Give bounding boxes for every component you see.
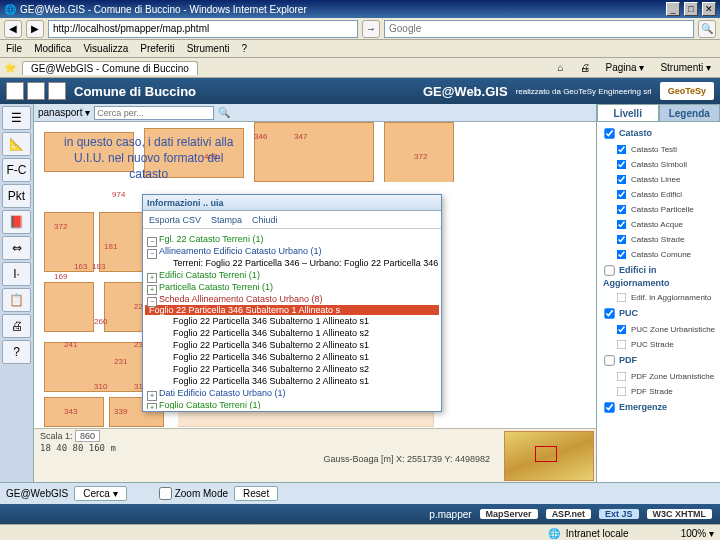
layer-item[interactable]: Catasto Simboli	[599, 157, 718, 172]
tool-clipboard[interactable]: 📋	[2, 288, 31, 312]
layer-group-checkbox[interactable]	[604, 355, 614, 365]
layer-item-checkbox[interactable]	[617, 293, 627, 303]
layer-item-checkbox[interactable]	[617, 235, 627, 245]
url-input[interactable]	[48, 20, 358, 38]
tool-measure[interactable]: 📐	[2, 132, 31, 156]
layer-group[interactable]: PUC	[599, 305, 718, 322]
menu-tools[interactable]: Strumenti	[187, 43, 230, 54]
menu-file[interactable]: File	[6, 43, 22, 54]
home-button[interactable]: ⌂	[552, 60, 568, 75]
tree-node[interactable]: Allineamento Edificio Catasto Urbano (1)	[145, 245, 439, 257]
tree-leaf[interactable]: Foglio 22 Particella 346 Subalterno 2 Al…	[145, 375, 439, 387]
tool-help[interactable]: ?	[2, 340, 31, 364]
layer-item[interactable]: Catasto Testi	[599, 142, 718, 157]
tree-leaf[interactable]: Foglio 22 Particella 346 Subalterno 1 Al…	[145, 305, 439, 315]
select-dropdown[interactable]: Cerca ▾	[74, 486, 126, 501]
zoom-level[interactable]: 100% ▾	[681, 528, 714, 539]
map-canvas[interactable]: 372 974 181 163 183 227 241 260 233 231 …	[34, 122, 596, 428]
tree-node[interactable]: Scheda Allineamento Catasto Urbano (8)	[145, 293, 439, 305]
forward-button[interactable]: ▶	[26, 20, 44, 38]
layer-item-checkbox[interactable]	[617, 160, 627, 170]
layer-item[interactable]: Catasto Edifici	[599, 187, 718, 202]
close-button[interactable]: ✕	[702, 2, 716, 16]
tree-node[interactable]: Foglio Catasto Terreni (1)	[145, 399, 439, 409]
zone-text: Intranet locale	[566, 528, 629, 539]
layer-item-checkbox[interactable]	[617, 175, 627, 185]
layer-item[interactable]: Catasto Linee	[599, 172, 718, 187]
layer-item-checkbox[interactable]	[617, 340, 627, 350]
layer-item-checkbox[interactable]	[617, 372, 627, 382]
layer-item[interactable]: Catasto Comune	[599, 247, 718, 262]
layer-group[interactable]: PDF	[599, 352, 718, 369]
tree-leaf[interactable]: Foglio 22 Particella 346 Subalterno 2 Al…	[145, 339, 439, 351]
layer-item-checkbox[interactable]	[617, 220, 627, 230]
search-button[interactable]: 🔍	[698, 20, 716, 38]
layer-item-checkbox[interactable]	[617, 190, 627, 200]
layer-item[interactable]: Catasto Strade	[599, 232, 718, 247]
scale-value[interactable]: 860	[75, 430, 100, 442]
layer-item-checkbox[interactable]	[617, 250, 627, 260]
tool-info[interactable]: I·	[2, 262, 31, 286]
tree-leaf[interactable]: Foglio 22 Particella 346 Subalterno 2 Al…	[145, 351, 439, 363]
layer-group-checkbox[interactable]	[604, 402, 614, 412]
tools-menu[interactable]: Strumenti ▾	[655, 60, 716, 75]
layer-group-checkbox[interactable]	[604, 308, 614, 318]
layer-item-checkbox[interactable]	[617, 325, 627, 335]
browser-tab[interactable]: GE@WebGIS - Comune di Buccino	[22, 61, 198, 75]
tool-pan[interactable]: ⇔	[2, 236, 31, 260]
tree-leaf[interactable]: Foglio 22 Particella 346 Subalterno 1 Al…	[145, 315, 439, 327]
menu-edit[interactable]: Modifica	[34, 43, 71, 54]
tree-node[interactable]: Edifici Catasto Terreni (1)	[145, 269, 439, 281]
popup-tab-export[interactable]: Esporta CSV	[149, 215, 201, 225]
layer-item[interactable]: PDF Zone Urbanistiche	[599, 369, 718, 384]
popup-tab-print[interactable]: Stampa	[211, 215, 242, 225]
overview-map[interactable]	[504, 431, 594, 481]
tab-legend[interactable]: Legenda	[659, 104, 721, 122]
map-search-input[interactable]	[94, 106, 214, 120]
maximize-button[interactable]: □	[684, 2, 698, 16]
back-button[interactable]: ◀	[4, 20, 22, 38]
layer-item[interactable]: PUC Strade	[599, 337, 718, 352]
favorites-icon[interactable]: ⭐	[4, 62, 16, 73]
tree-leaf[interactable]: Foglio 22 Particella 346 Subalterno 2 Al…	[145, 363, 439, 375]
layer-item[interactable]: Catasto Particelle	[599, 202, 718, 217]
search-go-icon[interactable]: 🔍	[218, 107, 230, 118]
zoom-mode-checkbox[interactable]: Zoom Mode	[159, 487, 228, 500]
popup-tab-close[interactable]: Chiudi	[252, 215, 278, 225]
tree-leaf[interactable]: Terreni: Foglio 22 Particella 346 – Urba…	[145, 257, 439, 269]
tool-layers[interactable]: ☰	[2, 106, 31, 130]
popup-tree[interactable]: Fgl. 22 Catasto Terreni (1)Allineamento …	[143, 229, 441, 409]
tree-leaf[interactable]: Foglio 22 Particella 346 Subalterno 1 Al…	[145, 327, 439, 339]
tool-book[interactable]: 📕	[2, 210, 31, 234]
tree-node[interactable]: Dati Edificio Catasto Urbano (1)	[145, 387, 439, 399]
page-menu[interactable]: Pagina ▾	[601, 60, 650, 75]
layer-item[interactable]: PDF Strade	[599, 384, 718, 399]
layer-group[interactable]: Catasto	[599, 125, 718, 142]
layer-item[interactable]: PUC Zone Urbanistiche	[599, 322, 718, 337]
layer-group-checkbox[interactable]	[604, 265, 614, 275]
tree-node[interactable]: Fgl. 22 Catasto Terreni (1)	[145, 233, 439, 245]
search-category[interactable]: panasport ▾	[38, 107, 90, 118]
tool-point[interactable]: Pkt	[2, 184, 31, 208]
layer-group-checkbox[interactable]	[604, 128, 614, 138]
tool-fc[interactable]: F-C	[2, 158, 31, 182]
menu-favorites[interactable]: Preferiti	[140, 43, 174, 54]
layer-group[interactable]: Emergenze	[599, 399, 718, 416]
menu-view[interactable]: Visualizza	[83, 43, 128, 54]
popup-title[interactable]: Informazioni .. uia	[143, 195, 441, 211]
layer-item-checkbox[interactable]	[617, 205, 627, 215]
search-input[interactable]	[384, 20, 694, 38]
print-button[interactable]: 🖨	[575, 60, 595, 75]
minimize-button[interactable]: _	[666, 2, 680, 16]
tree-node[interactable]: Particella Catasto Terreni (1)	[145, 281, 439, 293]
reset-button[interactable]: Reset	[234, 486, 278, 501]
go-button[interactable]: →	[362, 20, 380, 38]
layer-item[interactable]: Edif. in Aggiornamento	[599, 290, 718, 305]
layer-item-checkbox[interactable]	[617, 387, 627, 397]
layer-group[interactable]: Edifici in Aggiornamento	[599, 262, 718, 290]
layer-item[interactable]: Catasto Acque	[599, 217, 718, 232]
tab-layers[interactable]: Livelli	[597, 104, 659, 122]
layer-item-checkbox[interactable]	[617, 145, 627, 155]
menu-help[interactable]: ?	[241, 43, 247, 54]
tool-print[interactable]: 🖨	[2, 314, 31, 338]
